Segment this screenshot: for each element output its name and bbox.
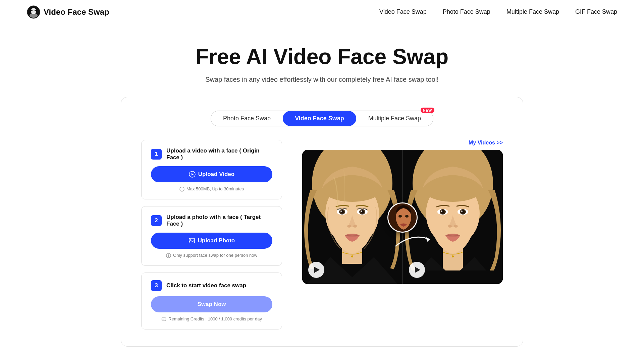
svg-point-25 xyxy=(340,210,342,212)
svg-point-47 xyxy=(448,225,452,228)
step-3-number: 3 xyxy=(151,280,162,291)
play-circle-icon xyxy=(189,171,196,178)
step-3-card: 3 Click to start video face swap Swap No… xyxy=(141,273,282,329)
svg-rect-13 xyxy=(162,318,166,321)
nav-video-face-swap[interactable]: Video Face Swap xyxy=(379,8,427,15)
swap-now-button[interactable]: Swap Now xyxy=(151,296,272,312)
svg-rect-9 xyxy=(189,238,195,243)
credit-icon xyxy=(161,317,166,322)
svg-point-31 xyxy=(353,225,357,228)
logo-text: Video Face Swap xyxy=(44,7,109,17)
hero-section: Free AI Video Face Swap Swap faces in an… xyxy=(0,24,644,97)
svg-point-42 xyxy=(441,210,442,212)
svg-point-48 xyxy=(454,225,458,228)
svg-point-30 xyxy=(347,225,351,228)
nav-links: Video Face Swap Photo Face Swap Multiple… xyxy=(379,8,617,15)
svg-point-53 xyxy=(398,215,402,218)
step-1-header: 1 Upload a video with a face ( Origin Fa… xyxy=(151,147,272,161)
svg-point-4 xyxy=(35,10,36,11)
step-2-note: i Only support face swap for one person … xyxy=(151,253,272,258)
svg-point-54 xyxy=(405,215,409,218)
step-1-card: 1 Upload a video with a face ( Origin Fa… xyxy=(141,140,282,199)
new-badge: NEW xyxy=(421,108,434,113)
demo-visual xyxy=(302,150,503,284)
info-icon: i xyxy=(179,187,184,192)
play-button-right[interactable] xyxy=(409,262,425,278)
svg-point-33 xyxy=(351,255,353,257)
tabs-group: Photo Face Swap Video Face Swap Multiple… xyxy=(211,111,433,126)
svg-point-29 xyxy=(361,210,362,212)
svg-text:i: i xyxy=(181,188,182,191)
svg-text:i: i xyxy=(168,254,169,257)
logo[interactable]: Video Face Swap xyxy=(27,5,109,19)
demo-area: My Videos >> xyxy=(302,140,503,284)
info-icon-2: i xyxy=(166,253,171,258)
image-icon xyxy=(189,237,195,244)
tab-multiple-face-swap[interactable]: Multiple Face Swap xyxy=(356,111,433,126)
face-swap-inset xyxy=(372,202,433,249)
tab-photo-face-swap[interactable]: Photo Face Swap xyxy=(211,111,283,126)
svg-point-50 xyxy=(452,255,454,257)
content-row: 1 Upload a video with a face ( Origin Fa… xyxy=(141,140,503,329)
upload-photo-button[interactable]: Upload Photo xyxy=(151,233,272,249)
step-2-header: 2 Upload a photo with a face ( Target Fa… xyxy=(151,214,272,227)
steps-panel: 1 Upload a video with a face ( Origin Fa… xyxy=(141,140,282,329)
my-videos-link[interactable]: My Videos >> xyxy=(469,140,503,145)
nav-gif-face-swap[interactable]: GIF Face Swap xyxy=(575,8,617,15)
tabs-container: Photo Face Swap Video Face Swap Multiple… xyxy=(141,111,503,126)
hero-title: Free AI Video Face Swap xyxy=(0,44,644,69)
step-2-title: Upload a photo with a face ( Target Face… xyxy=(166,214,272,227)
step-2-card: 2 Upload a photo with a face ( Target Fa… xyxy=(141,206,282,266)
play-button-left[interactable] xyxy=(308,262,324,278)
play-icon-left xyxy=(314,267,320,273)
main-card: Photo Face Swap Video Face Swap Multiple… xyxy=(121,97,523,347)
step-2-number: 2 xyxy=(151,215,162,226)
svg-point-46 xyxy=(461,210,463,212)
svg-marker-55 xyxy=(425,237,429,242)
navbar: Video Face Swap Video Face Swap Photo Fa… xyxy=(0,0,644,24)
tab-multiple-wrapper: Multiple Face Swap NEW xyxy=(356,111,433,126)
step-1-number: 1 xyxy=(151,149,162,160)
source-face-svg xyxy=(388,203,418,233)
svg-point-2 xyxy=(30,13,38,18)
logo-icon xyxy=(27,5,40,19)
play-icon-right xyxy=(415,267,420,273)
my-videos-link-container: My Videos >> xyxy=(302,140,503,146)
step-1-note: i Max 500MB, Up to 30minutes xyxy=(151,186,272,192)
step-3-note: Remaining Credits : 1000 / 1,000 credits… xyxy=(151,316,272,322)
svg-marker-6 xyxy=(192,173,194,176)
step-1-title: Upload a video with a face ( Origin Face… xyxy=(166,147,272,161)
svg-rect-15 xyxy=(163,320,164,320)
step-3-title: Click to start video face swap xyxy=(166,282,246,289)
swap-arrow xyxy=(392,229,433,249)
source-face-circle xyxy=(387,202,418,233)
svg-point-3 xyxy=(31,10,33,11)
step-3-header: 3 Click to start video face swap xyxy=(151,280,272,291)
nav-multiple-face-swap[interactable]: Multiple Face Swap xyxy=(506,8,559,15)
nav-photo-face-swap[interactable]: Photo Face Swap xyxy=(443,8,490,15)
hero-subtitle: Swap faces in any video effortlessly wit… xyxy=(0,76,644,83)
tab-video-face-swap[interactable]: Video Face Swap xyxy=(283,111,356,126)
upload-video-button[interactable]: Upload Video xyxy=(151,166,272,182)
